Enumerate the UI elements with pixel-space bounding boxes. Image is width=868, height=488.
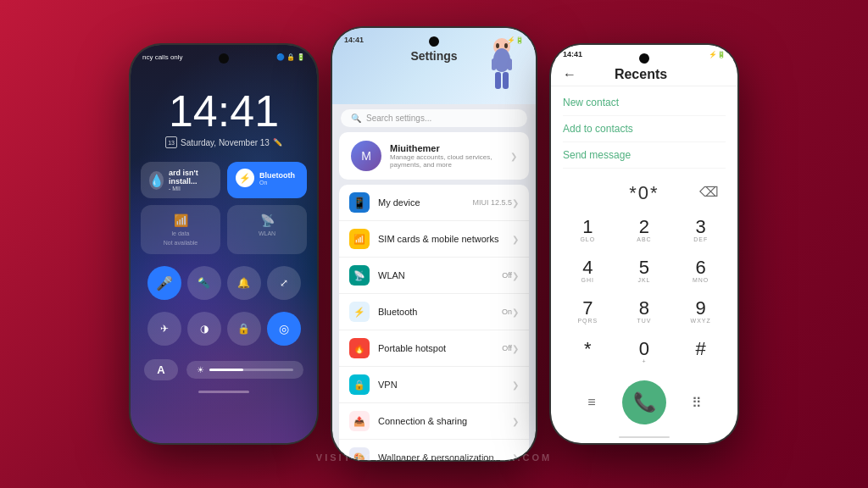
- svg-rect-3: [503, 72, 509, 89]
- settings-item-sim[interactable]: 📶 SIM cards & mobile networks ❯: [339, 221, 529, 258]
- connection-label: Connection & sharing: [378, 416, 512, 426]
- phone-3-inner: 14:41 ⚡🔋 ← Recents New contact Add to co…: [551, 45, 737, 443]
- settings-item-wlan[interactable]: 📡 WLAN Off ❯: [339, 258, 529, 294]
- delete-btn[interactable]: ⌫: [699, 184, 721, 200]
- wlan-arrow: ❯: [512, 271, 519, 280]
- connection-arrow: ❯: [512, 417, 519, 426]
- sim-icon: 📶: [349, 229, 370, 249]
- sim-label: SIM cards & mobile networks: [378, 234, 512, 244]
- key-7[interactable]: 7 PQRS: [559, 292, 616, 333]
- dialpad-btn[interactable]: ⠿: [680, 385, 714, 419]
- key-star[interactable]: *: [559, 333, 616, 374]
- status-left-1: ncy calls only: [142, 53, 183, 61]
- search-placeholder: Search settings...: [366, 114, 431, 123]
- sim-arrow: ❯: [512, 235, 519, 244]
- bell-btn[interactable]: 🔔: [227, 266, 261, 300]
- dialer-title: Recents: [585, 67, 697, 82]
- device-arrow: ❯: [512, 198, 519, 208]
- key-3[interactable]: 3 DEF: [672, 211, 729, 252]
- add-to-contacts-action[interactable]: Add to contacts: [563, 116, 726, 142]
- key-hash[interactable]: #: [672, 333, 729, 374]
- phone-1: ncy calls only 🔵 🔒 🔋 14:41 13 Saturday, …: [131, 45, 317, 443]
- key-5[interactable]: 5 JKL: [616, 252, 673, 292]
- profile-sub: Manage accounts, cloud services, payment…: [390, 153, 502, 169]
- settings-item-vpn[interactable]: 🔒 VPN ❯: [339, 367, 529, 403]
- profile-info: Miuithemer Manage accounts, cloud servic…: [390, 143, 502, 169]
- device-label: My device: [378, 197, 472, 208]
- calendar-icon: 13: [165, 136, 177, 148]
- bluetooth-label: Bluetooth: [378, 307, 502, 317]
- send-message-action[interactable]: Send message: [563, 142, 726, 169]
- flashlight-btn[interactable]: 🔦: [187, 266, 221, 300]
- status-icons-3: ⚡🔋: [709, 51, 726, 58]
- back-button[interactable]: ←: [563, 67, 576, 82]
- settings-item-connection[interactable]: 📤 Connection & sharing ❯: [339, 403, 529, 440]
- dialer-screen: 14:41 ⚡🔋 ← Recents New contact Add to co…: [551, 45, 737, 443]
- lock-screen: ncy calls only 🔵 🔒 🔋 14:41 13 Saturday, …: [131, 45, 317, 443]
- wlan-value: Off: [502, 271, 512, 280]
- settings-profile[interactable]: M Miuithemer Manage accounts, cloud serv…: [339, 132, 529, 180]
- search-icon: 🔍: [351, 114, 361, 123]
- lock-time: 14:41: [131, 89, 317, 133]
- settings-item-device[interactable]: 📱 My device MIUI 12.5.5 ❯: [339, 185, 529, 221]
- lock-bottom: A ☀: [131, 352, 317, 384]
- lock-btns-row1: 🎤 🔦 🔔 ⤢: [131, 254, 317, 307]
- settings-search[interactable]: 🔍 Search settings...: [341, 109, 527, 127]
- key-2[interactable]: 2 ABC: [616, 211, 673, 252]
- key-6[interactable]: 6 MNO: [672, 252, 729, 292]
- key-9[interactable]: 9 WXYZ: [672, 292, 729, 333]
- mic-btn[interactable]: 🎤: [147, 266, 181, 300]
- keypad: 1 GLO 2 ABC 3 DEF 4 GHI: [551, 211, 737, 374]
- settings-item-hotspot[interactable]: 🔥 Portable hotspot Off ❯: [339, 330, 529, 367]
- key-8[interactable]: 8 TUV: [616, 292, 673, 333]
- location-btn[interactable]: ◎: [267, 312, 301, 346]
- phones-container: ncy calls only 🔵 🔒 🔋 14:41 13 Saturday, …: [131, 28, 737, 460]
- key-4[interactable]: 4 GHI: [559, 252, 616, 292]
- vpn-arrow: ❯: [512, 380, 519, 390]
- dialed-number: *0*: [629, 182, 659, 203]
- expand-btn[interactable]: ⤢: [267, 266, 301, 300]
- svg-rect-5: [508, 58, 512, 70]
- brightness-track: [209, 369, 293, 371]
- hotspot-arrow: ❯: [512, 344, 519, 353]
- settings-title: Settings: [410, 49, 457, 63]
- connection-icon: 📤: [349, 411, 370, 431]
- status-icons-2: ⚡🔋: [507, 36, 524, 44]
- svg-rect-4: [492, 58, 496, 70]
- hotspot-label: Portable hotspot: [378, 343, 502, 353]
- lock-tile-data: 📶 le data Not available: [141, 205, 220, 254]
- drop-icon: 💧: [149, 171, 164, 190]
- wlan-label: WLAN: [378, 270, 502, 280]
- status-time-3: 14:41: [563, 50, 582, 58]
- new-contact-action[interactable]: New contact: [563, 90, 726, 116]
- status-icons-1: 🔵 🔒 🔋: [276, 53, 305, 61]
- call-button[interactable]: 📞: [622, 380, 666, 424]
- lock-date: 13 Saturday, November 13 ✏️: [131, 136, 317, 148]
- phone-2-inner: 14:41 ⚡🔋 Settings: [332, 28, 536, 460]
- theme-btn[interactable]: ◑: [187, 312, 221, 346]
- bluetooth-arrow: ❯: [512, 308, 519, 317]
- vpn-icon: 🔒: [349, 374, 370, 395]
- brightness-control[interactable]: ☀: [186, 361, 303, 379]
- lock-tile-bluetooth[interactable]: ⚡ Bluetooth On: [227, 162, 307, 198]
- key-0[interactable]: 0 +: [616, 333, 673, 374]
- bluetooth-icon: ⚡: [236, 169, 254, 187]
- keyboard-btn[interactable]: A: [144, 359, 178, 380]
- dialer-header: ← Recents: [551, 60, 737, 86]
- dialer-display: *0* ⌫: [551, 172, 737, 211]
- status-time-2: 14:41: [344, 36, 364, 44]
- settings-screen: 14:41 ⚡🔋 Settings: [332, 28, 536, 460]
- device-icon: 📱: [349, 192, 370, 213]
- dialer-actions: ≡ 📞 ⠿: [551, 374, 737, 435]
- settings-item-bluetooth[interactable]: ⚡ Bluetooth On ❯: [339, 294, 529, 330]
- wlan-icon: 📡: [349, 265, 370, 286]
- phone-3: 14:41 ⚡🔋 ← Recents New contact Add to co…: [551, 45, 737, 443]
- key-1[interactable]: 1 GLO: [559, 211, 616, 252]
- menu-btn[interactable]: ≡: [575, 385, 609, 419]
- hotspot-value: Off: [502, 344, 512, 352]
- airplane-btn[interactable]: ✈: [147, 312, 181, 346]
- lock-btn[interactable]: 🔒: [227, 312, 261, 346]
- camera-cutout-2: [429, 36, 439, 47]
- profile-avatar: M: [351, 141, 381, 171]
- home-indicator-3: [619, 436, 670, 438]
